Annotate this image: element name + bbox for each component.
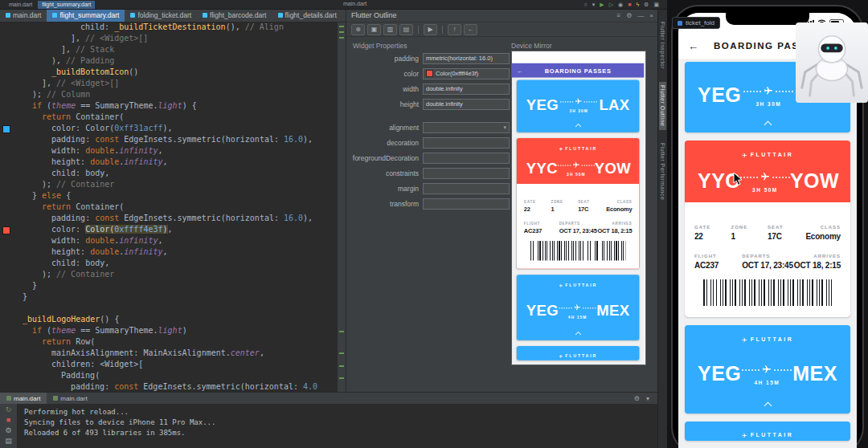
code-line: padding: const EdgeInsets.symmetric(hori… [0,381,337,392]
property-input-decoration[interactable] [423,137,510,149]
code-line: } [0,291,337,303]
run-icon[interactable]: ▶ [600,1,604,9]
profile-icon[interactable]: ◉ [618,1,623,9]
code-text: ], // <Widget>[] [0,78,119,89]
run-config-icon[interactable]: ▾ [592,1,596,9]
boarding-pass-card[interactable]: FLUTTAIRYYC3H 50MYOWGATE22ZONE1SEAT17CCL… [517,138,639,269]
tool-window-tab-flutter-inspector[interactable]: Flutter Inspector [659,18,666,72]
barcode [530,241,626,260]
debug-icon[interactable]: ▷ [609,1,613,9]
code-text: _buildLogoHeader() { [0,314,119,325]
editor-tab-main[interactable]: main.dart [0,9,47,22]
boarding-pass-card[interactable]: FLUTTAIR [685,422,850,441]
settings-icon[interactable]: ⚙ [5,426,11,434]
stop-icon[interactable]: ■ [628,1,631,9]
screenshot-root: main.dartflight_summary.dart main.dart ○… [0,0,868,448]
property-input-transform[interactable] [423,198,510,210]
editor-tab-label: flight_summary.dart [59,11,119,19]
settings-icon[interactable]: ⚙ [626,12,632,19]
airline-label: FLUTTAIR [685,422,850,441]
chevron-up-icon[interactable] [575,124,580,129]
code-text: if (theme == SummaryTheme.light) { [0,100,197,112]
minimize-icon[interactable]: — [637,12,644,19]
chevron-up-icon[interactable] [575,332,580,337]
destination-code: YOW [790,169,839,193]
property-row-padding: paddingmmetric(horizontal: 16.0) [346,52,509,64]
origin-code: YEG [698,362,741,385]
toolbar-separator [418,26,419,34]
boarding-pass-card[interactable]: FLUTTAIRYYC3H 50MYOWGATE22ZONE1SEAT17CCL… [685,141,850,317]
extract-widget-icon[interactable]: ▶ [424,24,437,35]
ticket-details: GATE22ZONE1SEAT17CCLASSEconomyFLIGHTAC23… [685,202,850,317]
titlebar-tab[interactable]: main.dart [5,1,36,9]
property-input-height[interactable]: double.infinity [423,99,510,110]
chevron-up-icon[interactable] [764,121,772,129]
boarding-pass-card[interactable]: FLUTTAIR [517,346,639,360]
layout-icon[interactable]: ▣ [653,1,659,9]
close-icon[interactable]: × [649,12,653,19]
wrap-padding-icon[interactable]: ▣ [367,24,381,35]
device-mirror-preview[interactable]: ← BOARDING PASSES YEG3H 30MLAXFLUTTAIRYY… [511,51,646,365]
code-text: ], // <Widget>[] [0,33,148,44]
code-text: child: _buildTicketDestination(), // Ali… [0,22,284,33]
stop-icon[interactable]: ■ [6,416,10,424]
code-editor[interactable]: child: _buildTicketDestination(), // Ali… [0,22,337,392]
editor-tab-folding_ticket[interactable]: folding_ticket.dart [125,9,197,22]
gutter-color-swatch[interactable] [2,125,10,133]
code-line: Padding( [0,370,337,381]
back-arrow-icon[interactable]: ← [688,40,698,52]
tool-window-tab-flutter-performance[interactable]: Flutter Performance [659,140,666,203]
code-text: } else { [0,190,71,202]
ticket-details: GATE22ZONE1SEAT17CCLASSEconomyFLIGHTAC23… [517,184,639,269]
remove-widget-icon[interactable]: ← [464,24,477,35]
center-widget-icon[interactable]: ⊕ [351,24,365,35]
property-input-color[interactable]: Color(0xffff4e3f) [423,68,510,79]
search-icon[interactable]: ○ [584,1,588,9]
property-label: padding [346,55,423,63]
run-tab-label: main.dart [14,395,40,402]
rerun-icon[interactable]: ↻ [6,405,12,413]
boarding-pass-card[interactable]: FLUTTAIRYEG4H 15MMEX [517,275,639,340]
editor-tab-flight_barcode[interactable]: flight_barcode.dart [197,9,272,22]
editor-tab-flight_details[interactable]: flight_details.dart [272,9,342,22]
tool-window-tab-flutter-outline[interactable]: Flutter Outline [659,82,666,129]
boarding-pass-card[interactable]: FLUTTAIRYEG4H 15MMEX [685,325,850,413]
property-input-padding[interactable]: mmetric(horizontal: 16.0) [423,53,510,64]
clear-icon[interactable]: ▤ [5,437,12,445]
settings-icon[interactable]: ⚙ [644,1,649,9]
property-input-constraints[interactable] [423,168,510,179]
detail-cell: GATE22 [524,201,551,213]
mirror-back-arrow-icon[interactable]: ← [517,67,522,74]
code-line: width: double.infinity, [0,145,337,157]
editor-tab-label: flight_details.dart [285,11,337,19]
titlebar-extra-tab[interactable]: main.dart [343,1,366,6]
property-input-width[interactable]: double.infinity [423,83,510,95]
hot-reload-icon[interactable]: ϟ [636,1,639,9]
barcode [703,279,832,306]
chevron-up-icon[interactable] [764,402,772,410]
boarding-pass-card[interactable]: YEG3H 30MLAX [517,80,639,132]
run-tab[interactable]: main.dart [47,393,93,404]
filter-icon[interactable]: ≡ [616,12,620,19]
run-tab-bar: main.dartmain.dart⚙▾ [0,392,657,404]
property-input-foregroundDecoration[interactable] [423,153,510,164]
code-text: } [0,280,37,291]
code-text: ), // Padding [0,55,114,67]
code-text: child: body, [0,258,109,269]
titlebar-tab[interactable]: flight_summary.dart [38,1,95,9]
outline-panel-title: Flutter Outline [351,11,397,19]
property-input-margin[interactable] [423,183,510,194]
wrap-row-icon[interactable]: ▤ [399,24,413,35]
editor-tab-flight_summary[interactable]: flight_summary.dart [47,9,125,22]
run-tab[interactable]: main.dart [0,393,47,404]
settings-icon[interactable]: ⚙ [634,395,640,402]
analysis-mark [339,377,344,379]
wrap-column-icon[interactable]: ▥ [383,24,397,35]
run-tab-icon [6,396,11,401]
hide-icon[interactable]: ▾ [646,395,649,402]
console-output[interactable]: Performing hot reload...Syncing files to… [24,407,215,438]
property-input-alignment[interactable]: ▾ [423,122,510,133]
gutter-color-swatch[interactable] [2,226,10,234]
move-up-icon[interactable]: ↑ [448,24,461,35]
overlay-tab-ticket-fold[interactable]: ticket_fold [672,17,720,29]
